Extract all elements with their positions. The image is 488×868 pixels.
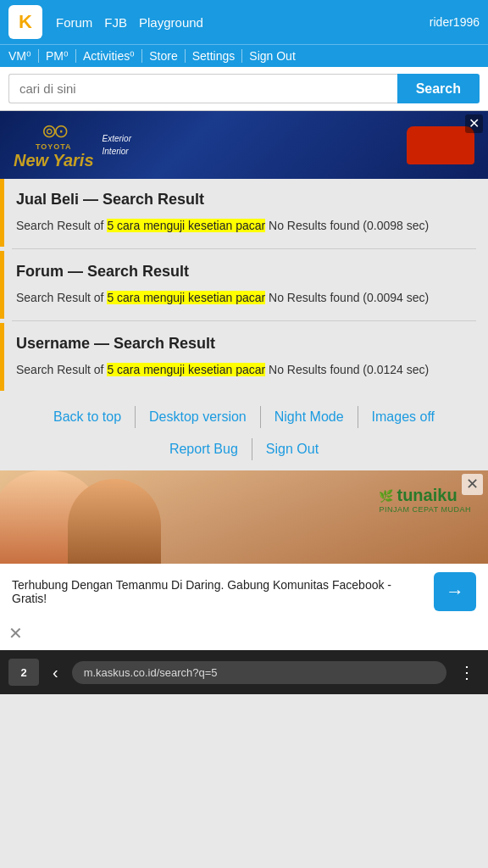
forum-prefix: Search Result of [16, 291, 104, 304]
bottom-ad-text-area: Terhubung Dengan Temanmu Di Daring. Gabu… [0, 564, 488, 620]
ad-label-interior: Interior [103, 147, 131, 156]
forum-section: Forum — Search Result Search Result of 5… [0, 251, 488, 319]
divider-2 [12, 320, 476, 321]
night-mode-link[interactable]: Night Mode [261, 406, 358, 428]
forum-section-title: Forum — Search Result [16, 263, 476, 281]
forum-no-results: No Results found (0.0094 sec) [269, 291, 429, 304]
jual-beli-result-text: Search Result of 5 cara menguji kesetian… [16, 217, 476, 235]
vm-link[interactable]: VM⁰ [8, 49, 39, 63]
back-to-top-link[interactable]: Back to top [40, 406, 136, 428]
forum-result-text: Search Result of 5 cara menguji kesetian… [16, 289, 476, 307]
images-off-link[interactable]: Images off [358, 406, 448, 428]
browser-menu-button[interactable]: ⋮ [455, 662, 480, 682]
playground-link[interactable]: Playground [139, 15, 203, 30]
jual-beli-query: 5 cara menguji kesetian pacar [107, 219, 265, 232]
yaris-model-text: New Yaris [14, 151, 94, 170]
username-result-text: Search Result of 5 cara menguji kesetian… [16, 361, 476, 379]
username-section-title: Username — Search Result [16, 335, 476, 353]
toyota-logo: ⊚⊙ TOYOTA New Yaris [14, 120, 94, 170]
ad-car-area [140, 126, 474, 164]
browser-tabs-count[interactable]: 2 [8, 659, 39, 686]
tunaiku-sub: PINJAM CEPAT MUDAH [379, 505, 471, 514]
fjb-link[interactable]: FJB [104, 15, 127, 30]
bottom-ad-arrow-button[interactable]: → [434, 572, 476, 611]
top-nav-links: Forum FJB Playground [56, 15, 416, 30]
ad-close-button[interactable]: ✕ [465, 114, 483, 133]
people-silhouette [0, 470, 186, 564]
search-button[interactable]: Search [397, 74, 480, 103]
bottom-ad-image: 🌿 tunaiku PINJAM CEPAT MUDAH ✕ [0, 470, 488, 564]
ad-banner: ⊚⊙ TOYOTA New Yaris Exterior Interior ✕ [0, 111, 488, 179]
logo-box[interactable]: K [8, 5, 42, 39]
report-bug-link[interactable]: Report Bug [156, 438, 252, 460]
tunaiku-logo-area: 🌿 tunaiku PINJAM CEPAT MUDAH [379, 486, 471, 514]
search-bar: Search [0, 67, 488, 111]
arrow-right-icon: → [446, 581, 464, 603]
toyota-circles-icon: ⊚⊙ [42, 120, 65, 142]
forum-link[interactable]: Forum [56, 15, 92, 30]
signout-link-footer[interactable]: Sign Out [252, 438, 332, 460]
browser-url-bar[interactable]: m.kaskus.co.id/search?q=5 [72, 661, 446, 684]
username-no-results: No Results found (0.0124 sec) [269, 363, 429, 376]
username-display: rider1996 [430, 15, 480, 29]
search-input[interactable] [8, 74, 397, 103]
bottom-ad: 🌿 tunaiku PINJAM CEPAT MUDAH ✕ Terhubung… [0, 470, 488, 650]
logo-icon: K [19, 11, 32, 33]
tunaiku-brand: tunaiku [396, 486, 457, 505]
search-results-content: Jual Beli — Search Result Search Result … [0, 179, 488, 391]
secondary-nav: VM⁰ PM⁰ Activities⁰ Store Settings Sign … [0, 44, 488, 67]
jual-beli-title: Jual Beli — Search Result [16, 191, 476, 209]
browser-bar: 2 ‹ m.kaskus.co.id/search?q=5 ⋮ [0, 650, 488, 694]
activities-link[interactable]: Activities⁰ [76, 49, 142, 63]
store-link[interactable]: Store [142, 49, 185, 63]
divider-1 [12, 248, 476, 249]
settings-link[interactable]: Settings [186, 49, 243, 63]
forum-query: 5 cara menguji kesetian pacar [107, 291, 265, 304]
username-section: Username — Search Result Search Result o… [0, 323, 488, 391]
footer-links-row2: Report Bug Sign Out [0, 435, 488, 470]
jual-beli-section: Jual Beli — Search Result Search Result … [0, 179, 488, 247]
jual-beli-no-results: No Results found (0.0098 sec) [269, 219, 429, 232]
signout-link-top[interactable]: Sign Out [242, 49, 302, 63]
ad-x-dismiss[interactable]: ✕ [8, 623, 23, 643]
pm-link[interactable]: PM⁰ [39, 49, 76, 63]
bottom-ad-description: Terhubung Dengan Temanmu Di Daring. Gabu… [12, 578, 425, 605]
footer-links-row1: Back to top Desktop version Night Mode I… [0, 391, 488, 435]
bottom-ad-close-button[interactable]: ✕ [462, 474, 483, 495]
username-prefix: Search Result of [16, 363, 104, 376]
jual-beli-prefix: Search Result of [16, 219, 104, 232]
toyota-brand-text: TOYOTA [36, 142, 72, 151]
username-query: 5 cara menguji kesetian pacar [107, 363, 265, 376]
top-nav: K Forum FJB Playground rider1996 [0, 0, 488, 44]
ad-label-exterior: Exterior [103, 134, 131, 143]
browser-back-button[interactable]: ‹ [47, 663, 64, 682]
car-image [407, 126, 474, 164]
desktop-version-link[interactable]: Desktop version [136, 406, 261, 428]
ad-labels: Exterior Interior [103, 134, 131, 156]
ad-dismiss-area: ✕ [0, 620, 488, 650]
